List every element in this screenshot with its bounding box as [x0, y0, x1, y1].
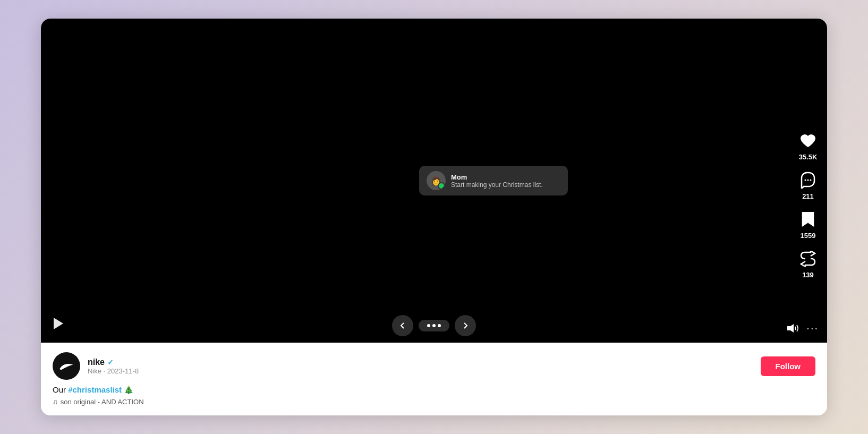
notif-avatar: 👩: [427, 171, 446, 190]
caption: Our #christmaslist 🎄: [53, 385, 815, 395]
bookmark-icon: [797, 209, 819, 230]
video-bottom-controls: [392, 315, 476, 336]
svg-point-2: [807, 180, 809, 181]
heart-icon: [797, 130, 819, 151]
notification-popup: 👩 Mom Start making your Christmas list.: [419, 166, 568, 195]
video-card: 👩 Mom Start making your Christmas list.: [41, 19, 827, 415]
bookmark-action[interactable]: 1559: [797, 209, 819, 240]
right-actions: 35.5K 211: [797, 130, 819, 279]
verified-badge: ✓: [107, 358, 114, 367]
dot-1: [427, 324, 430, 327]
svg-point-1: [805, 180, 806, 181]
svg-marker-4: [787, 324, 794, 333]
avatar[interactable]: [53, 352, 80, 380]
username-row: nike ✓: [88, 358, 753, 367]
caption-text: Our: [53, 385, 68, 394]
share-count: 139: [802, 271, 814, 279]
notif-message: Start making your Christmas list.: [451, 181, 543, 189]
next-button[interactable]: [455, 315, 476, 336]
comment-count: 211: [802, 192, 814, 200]
user-handle: Nike · 2023-11-8: [88, 367, 753, 375]
notif-sender: Mom: [451, 173, 543, 181]
svg-marker-0: [54, 318, 63, 329]
more-options-button[interactable]: ···: [806, 322, 819, 334]
info-section: nike ✓ Nike · 2023-11-8 Follow Our #chri…: [41, 343, 827, 415]
like-action[interactable]: 35.5K: [797, 130, 819, 161]
hashtag[interactable]: #christmaslist: [68, 385, 122, 394]
play-button[interactable]: [50, 316, 65, 333]
music-row: ♫ son original - AND ACTION: [53, 398, 815, 406]
follow-button[interactable]: Follow: [761, 356, 816, 376]
notif-text: Mom Start making your Christmas list.: [451, 173, 543, 189]
like-count: 35.5K: [799, 153, 818, 161]
tree-emoji: 🎄: [124, 385, 134, 394]
video-player[interactable]: 👩 Mom Start making your Christmas list.: [41, 19, 827, 343]
bookmark-count: 1559: [801, 232, 816, 240]
svg-point-3: [810, 180, 812, 181]
share-icon: [797, 248, 819, 269]
comment-icon: [797, 169, 819, 191]
share-action[interactable]: 139: [797, 248, 819, 279]
dot-2: [432, 324, 436, 327]
user-info: nike ✓ Nike · 2023-11-8: [88, 358, 753, 375]
carousel-dots[interactable]: [419, 320, 449, 331]
volume-button[interactable]: [786, 323, 799, 334]
user-row: nike ✓ Nike · 2023-11-8 Follow: [53, 352, 815, 380]
bottom-right-controls: ···: [786, 322, 819, 334]
dot-3: [438, 324, 441, 327]
music-label: son original - AND ACTION: [61, 398, 144, 406]
music-note-icon: ♫: [53, 398, 58, 406]
prev-button[interactable]: [392, 315, 413, 336]
comment-action[interactable]: 211: [797, 169, 819, 200]
username: nike: [88, 358, 105, 367]
